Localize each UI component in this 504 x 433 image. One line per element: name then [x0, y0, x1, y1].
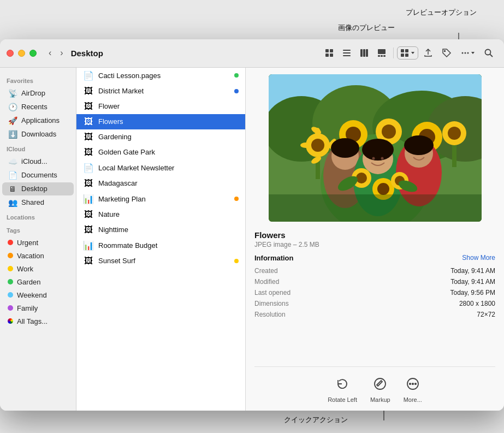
sidebar-section-favorites: Favorites 📡 AirDrop 🕐 Recents 🚀 Applicat…: [0, 73, 76, 141]
svg-point-26: [462, 52, 464, 54]
view-list[interactable]: [339, 46, 355, 60]
rotate-left-button[interactable]: Rotate Left: [328, 377, 357, 403]
file-item-flower[interactable]: 🖼 Flower: [76, 99, 245, 114]
sidebar-item-vacation[interactable]: Vacation: [2, 250, 74, 262]
modified-value: Today, 9:41 AM: [320, 276, 495, 287]
nav-buttons: ‹ ›: [45, 46, 67, 60]
file-item-sunset[interactable]: 🖼 Sunset Surf: [76, 253, 245, 269]
work-label: Work: [17, 265, 33, 273]
district-dot: [234, 89, 239, 93]
preview-image-container: [246, 68, 504, 226]
more-actions-label: More...: [404, 396, 422, 403]
applications-label: Applications: [21, 116, 60, 124]
finder-window: ‹ › Desktop: [0, 39, 504, 411]
file-item-golden-gate[interactable]: 🖼 Golden Gate Park: [76, 145, 245, 160]
sidebar-item-family[interactable]: Family: [2, 302, 74, 315]
sidebar-item-downloads[interactable]: ⬇️ Downloads: [2, 128, 74, 141]
file-item-flowers[interactable]: 🖼 Flowers: [76, 114, 245, 129]
more-actions-button[interactable]: More...: [404, 377, 422, 403]
family-dot: [8, 305, 13, 311]
more-actions-icon: [406, 377, 420, 394]
svg-rect-11: [343, 52, 351, 54]
preview-options-button[interactable]: [397, 46, 418, 60]
view-icon-grid[interactable]: [321, 46, 337, 60]
file-item-local-market[interactable]: 📄 Local Market Newsletter: [76, 160, 245, 176]
svg-point-82: [410, 383, 411, 384]
preview-file-title: Flowers: [254, 230, 495, 240]
sidebar-item-recents[interactable]: 🕐 Recents: [2, 100, 74, 114]
preview-image: [269, 74, 482, 222]
sidebar-section-tags: Tags Urgent Vacation Work Garden: [0, 223, 76, 328]
svg-point-25: [444, 51, 446, 52]
file-item-madagascar[interactable]: 🖼 Madagascar: [76, 176, 245, 191]
gardening-name: Gardening: [98, 133, 239, 141]
last-opened-key: Last opened: [254, 287, 320, 298]
file-item-roommate[interactable]: 📊 Roommate Budget: [76, 238, 245, 253]
file-item-nature[interactable]: 🖼 Nature: [76, 207, 245, 222]
sidebar: Favorites 📡 AirDrop 🕐 Recents 🚀 Applicat…: [0, 68, 76, 411]
svg-rect-59: [452, 145, 456, 167]
svg-point-68: [404, 135, 434, 155]
view-gallery[interactable]: [373, 46, 390, 60]
roommate-icon: 📊: [83, 240, 94, 251]
show-more-button[interactable]: Show More: [462, 254, 495, 262]
sidebar-item-applications[interactable]: 🚀 Applications: [2, 114, 74, 127]
markup-button[interactable]: Markup: [370, 377, 390, 403]
file-item-nighttime[interactable]: 🖼 Nighttime: [76, 222, 245, 238]
svg-point-58: [448, 127, 461, 140]
sidebar-section-icloud: iCloud ☁️ iCloud... 📄 Documents 🖥 Deskto…: [0, 141, 76, 209]
sidebar-item-garden[interactable]: Garden: [2, 276, 74, 288]
sidebar-item-weekend[interactable]: Weekend: [2, 289, 74, 301]
sidebar-item-airdrop[interactable]: 📡 AirDrop: [2, 87, 74, 100]
svg-rect-12: [343, 55, 351, 56]
sidebar-item-shared[interactable]: 👥 Shared: [2, 196, 74, 209]
main-content: Favorites 📡 AirDrop 🕐 Recents 🚀 Applicat…: [0, 68, 504, 411]
sidebar-item-urgent[interactable]: Urgent: [2, 236, 74, 249]
sidebar-section-locations: Locations: [0, 210, 76, 223]
golden-gate-icon: 🖼: [83, 147, 94, 157]
resolution-key: Resolution: [254, 309, 320, 320]
created-value: Today, 9:41 AM: [320, 265, 495, 276]
rotate-left-icon: [335, 377, 349, 394]
maximize-button[interactable]: [29, 50, 37, 57]
marketing-icon: 📊: [83, 194, 94, 204]
weekend-label: Weekend: [17, 291, 47, 299]
svg-rect-22: [401, 54, 404, 57]
sidebar-item-documents[interactable]: 📄 Documents: [2, 169, 74, 182]
info-header: Information Show More: [254, 254, 495, 262]
sidebar-item-icloud[interactable]: ☁️ iCloud...: [2, 155, 74, 168]
marketing-name: Marketing Plan: [98, 195, 230, 203]
svg-rect-20: [401, 49, 404, 52]
svg-rect-16: [378, 49, 386, 54]
close-button[interactable]: [7, 50, 14, 57]
all-tags-label: All Tags...: [17, 317, 48, 325]
share-button[interactable]: [419, 45, 437, 61]
svg-rect-23: [405, 54, 408, 57]
svg-point-40: [311, 139, 324, 152]
file-item-cacti[interactable]: 📄 Cacti Lesson.pages: [76, 68, 245, 84]
info-row-dimensions: Dimensions 2800 x 1800: [254, 298, 495, 309]
tags-label: Tags: [0, 223, 76, 236]
more-button[interactable]: [456, 45, 479, 61]
forward-button[interactable]: ›: [57, 46, 66, 60]
golden-gate-name: Golden Gate Park: [98, 148, 239, 156]
file-item-marketing[interactable]: 📊 Marketing Plan: [76, 191, 245, 207]
info-table: Created Today, 9:41 AM Modified Today, 9…: [254, 265, 495, 320]
search-button[interactable]: [480, 45, 497, 61]
downloads-label: Downloads: [21, 130, 56, 138]
markup-icon: [373, 377, 387, 394]
nature-name: Nature: [98, 210, 239, 218]
file-item-gardening[interactable]: 🖼 Gardening: [76, 129, 245, 145]
file-item-district[interactable]: 🖼 District Market: [76, 84, 245, 99]
urgent-dot: [8, 240, 13, 245]
sidebar-item-desktop[interactable]: 🖥 Desktop: [2, 182, 74, 195]
svg-point-83: [412, 383, 413, 384]
sidebar-item-all-tags[interactable]: All Tags...: [2, 315, 74, 328]
svg-rect-13: [360, 49, 363, 57]
minimize-button[interactable]: [18, 50, 25, 57]
back-button[interactable]: ‹: [45, 46, 55, 60]
sidebar-item-work[interactable]: Work: [2, 263, 74, 275]
applications-icon: 🚀: [8, 116, 17, 125]
view-columns[interactable]: [356, 46, 372, 60]
tag-button[interactable]: [438, 45, 455, 61]
